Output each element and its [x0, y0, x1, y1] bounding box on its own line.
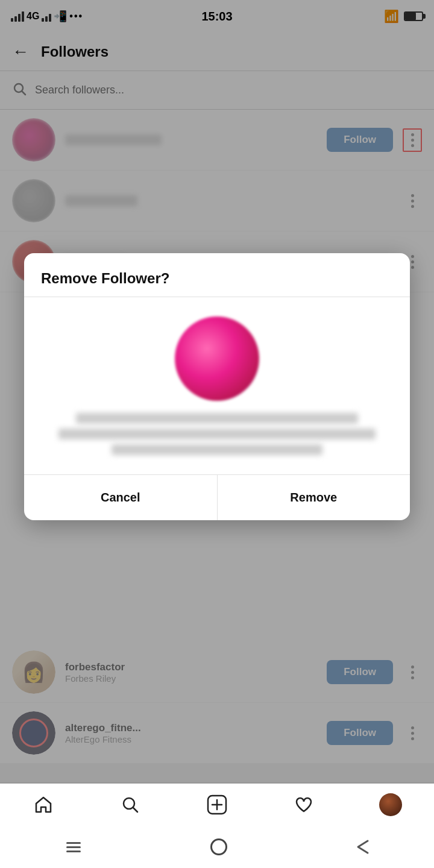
nav-search[interactable] [112, 787, 148, 823]
dialog-avatar [175, 316, 259, 401]
nav-home[interactable] [25, 787, 61, 823]
dialog-text-line-1 [76, 413, 357, 424]
dialog-title-row: Remove Follower? [24, 253, 410, 297]
cancel-button[interactable]: Cancel [24, 475, 217, 520]
remove-button[interactable]: Remove [218, 475, 410, 520]
dialog-title: Remove Follower? [41, 270, 169, 286]
remove-follower-dialog: Remove Follower? Cancel Remove [24, 253, 410, 520]
menu-line [66, 846, 81, 848]
search-icon [121, 795, 140, 814]
android-home-button[interactable] [210, 838, 227, 855]
svg-line-3 [133, 808, 137, 812]
android-nav [0, 826, 434, 868]
android-back-button[interactable] [353, 838, 371, 856]
dialog-text-line-2 [58, 429, 376, 439]
dialog-body [24, 297, 410, 474]
menu-line [66, 842, 81, 844]
nav-add[interactable] [199, 787, 235, 823]
dialog-actions: Cancel Remove [24, 475, 410, 520]
add-icon [207, 794, 227, 815]
bottom-nav [0, 782, 434, 826]
profile-avatar [379, 793, 402, 816]
dialog-text-line-3 [112, 444, 322, 455]
heart-icon [294, 795, 313, 814]
android-menu-button[interactable] [63, 836, 84, 858]
home-icon [34, 795, 53, 814]
nav-profile[interactable] [373, 787, 409, 823]
nav-heart[interactable] [286, 787, 322, 823]
menu-line [66, 851, 81, 852]
dialog-text-block [41, 413, 393, 455]
